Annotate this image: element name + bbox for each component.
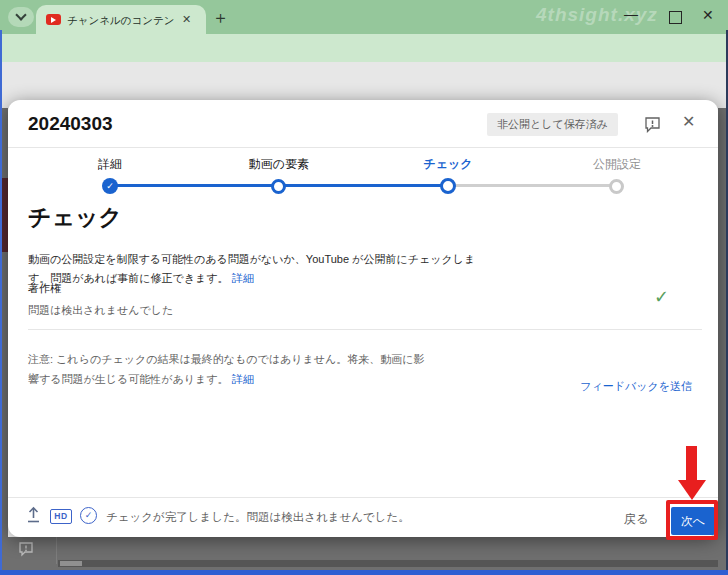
new-tab-button[interactable]: ＋ <box>212 6 229 29</box>
success-check-icon: ✓ <box>654 286 669 308</box>
browser-window: チャンネルのコンテンツ - YouTube S ✕ ＋ 4thsight.xyz… <box>0 0 728 575</box>
horizontal-scrollbar[interactable] <box>58 560 718 567</box>
window-border-bottom <box>0 570 728 575</box>
tab-strip: チャンネルのコンテンツ - YouTube S ✕ ＋ 4thsight.xyz… <box>0 0 728 34</box>
checks-note: 注意: これらのチェックの結果は最終的なものではありません。将来、動画に影響する… <box>28 350 432 390</box>
note-details-link[interactable]: 詳細 <box>232 373 254 385</box>
details-link[interactable]: 詳細 <box>232 272 254 284</box>
page-scrim-bottom <box>2 537 726 570</box>
step-details-label[interactable]: 詳細 <box>98 156 122 173</box>
upload-checks-dialog: 20240303 非公開として保存済み ✕ 詳細 動画の要素 チェック 公開設定… <box>8 100 718 537</box>
minimize-button[interactable]: — <box>624 6 638 22</box>
step-checks-dot[interactable] <box>440 178 456 194</box>
dimmed-sidebar-divider <box>56 537 57 564</box>
feedback-icon-button[interactable] <box>644 116 661 133</box>
page-scrim-right <box>718 108 726 570</box>
youtube-favicon-icon <box>46 14 61 25</box>
dialog-header-divider <box>8 147 718 148</box>
dialog-close-button[interactable]: ✕ <box>682 112 695 131</box>
tab-title: チャンネルのコンテンツ - YouTube S <box>67 14 175 27</box>
footer-status: チェックが完了しました。問題は検出されませんでした。 <box>106 510 410 525</box>
checks-note-text: 注意: これらのチェックの結果は最終的なものではありません。将来、動画に影響する… <box>28 353 425 385</box>
copyright-status: 問題は検出されませんでした <box>28 303 173 318</box>
step-video-elements-label[interactable]: 動画の要素 <box>249 156 309 173</box>
highlight-box <box>666 500 718 540</box>
stepper-track-upcoming <box>448 184 617 187</box>
saved-status-badge: 非公開として保存済み <box>487 113 618 136</box>
scrim-feedback-icon <box>18 541 34 557</box>
highlight-arrow-head <box>678 480 706 500</box>
horizontal-scrollbar-thumb[interactable] <box>60 561 82 566</box>
tab-close-icon[interactable]: ✕ <box>182 13 191 26</box>
copyright-title: 著作権 <box>28 281 61 296</box>
upload-icon <box>26 506 41 523</box>
dialog-footer-divider <box>8 497 718 498</box>
step-details-dot[interactable]: ✓ <box>102 178 118 194</box>
check-circle-icon: ✓ <box>80 507 97 524</box>
dialog-title: 20240303 <box>28 113 113 135</box>
browser-toolbar: ← → ⟳ ⌂ studio.youtube.com/channel ☆ M 6… <box>0 34 728 62</box>
window-close-button[interactable]: ✕ <box>702 7 714 23</box>
checks-heading: チェック <box>28 202 122 233</box>
step-video-elements-dot[interactable] <box>271 179 286 194</box>
checks-description: 動画の公開設定を制限する可能性のある問題がないか、YouTube が公開前にチェ… <box>28 250 480 289</box>
back-button-dialog[interactable]: 戻る <box>624 511 648 528</box>
chevron-down-icon <box>15 9 26 20</box>
send-feedback-link[interactable]: フィードバックを送信 <box>580 379 692 394</box>
section-divider <box>28 329 702 330</box>
step-checks-label[interactable]: チェック <box>423 156 472 173</box>
step-visibility-dot[interactable] <box>609 179 624 194</box>
window-border-left <box>0 30 2 575</box>
watermark: 4thsight.xyz <box>536 4 658 26</box>
hd-icon: HD <box>50 509 72 524</box>
tab-search-button[interactable] <box>8 7 34 27</box>
step-visibility-label[interactable]: 公開設定 <box>593 156 641 173</box>
highlight-arrow-shaft <box>686 446 697 481</box>
maximize-button[interactable] <box>669 11 682 24</box>
browser-tab[interactable]: チャンネルのコンテンツ - YouTube S ✕ <box>36 5 206 34</box>
